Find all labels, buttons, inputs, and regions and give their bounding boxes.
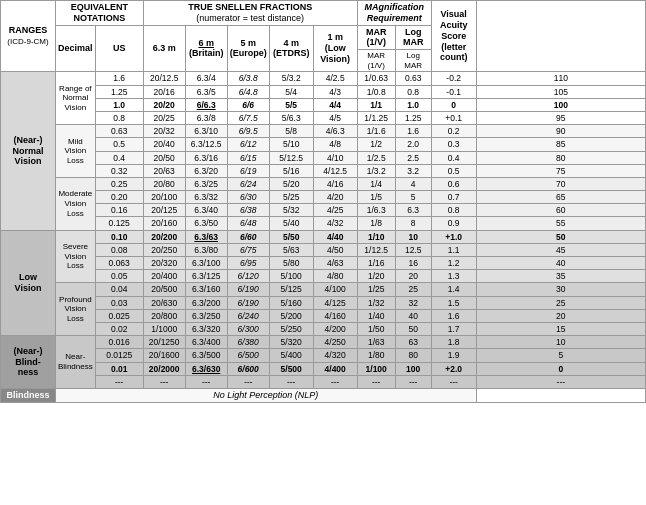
data-cell: 5/160: [269, 296, 313, 309]
data-cell: 4/4: [313, 98, 357, 111]
data-cell: 0.6: [431, 177, 476, 190]
data-cell: 1/2: [357, 138, 395, 151]
magnification-header: MAgnification Requirement: [357, 1, 431, 26]
data-cell: 20/16: [143, 85, 185, 98]
data-cell: 6/12: [227, 138, 269, 151]
data-cell: ---: [431, 375, 476, 388]
data-cell: 1.4: [431, 283, 476, 296]
data-cell: 6.3/630: [185, 362, 227, 375]
data-cell: 6.3/400: [185, 336, 227, 349]
data-cell: 6/500: [227, 349, 269, 362]
data-cell: 4/12.5: [313, 164, 357, 177]
data-cell: 4/10: [313, 151, 357, 164]
data-cell: 110: [476, 72, 645, 85]
data-cell: 90: [476, 125, 645, 138]
data-cell: 1/1.6: [357, 125, 395, 138]
data-cell: 6.3/5: [185, 85, 227, 98]
data-cell: 4/40: [313, 230, 357, 243]
mar-sub-header: MAR(1/V): [357, 50, 395, 72]
data-cell: 0.125: [95, 217, 143, 230]
data-cell: 0.8: [431, 204, 476, 217]
data-cell: 1.5: [431, 296, 476, 309]
data-cell: 35: [476, 270, 645, 283]
data-cell: 6/190: [227, 296, 269, 309]
data-cell: 0: [476, 362, 645, 375]
blindness-outer-label: Blindness: [1, 388, 56, 402]
data-cell: 1/100: [357, 362, 395, 375]
data-cell: 6/4.8: [227, 85, 269, 98]
sub-section-label: SevereVisionLoss: [56, 230, 96, 283]
ranges-header: RANGES (ICD-9-CM): [1, 1, 56, 72]
data-cell: 1/20: [357, 270, 395, 283]
data-cell: 1.6: [431, 309, 476, 322]
data-cell: 6.3/16: [185, 151, 227, 164]
data-cell: 20/32: [143, 125, 185, 138]
data-cell: 4/6.3: [313, 125, 357, 138]
data-cell: 0.63: [395, 72, 431, 85]
visual-acuity-header: Visual Acuity Score(letter count): [431, 1, 476, 72]
data-cell: 4/50: [313, 243, 357, 256]
data-cell: 1.3: [431, 270, 476, 283]
data-cell: 0.05: [95, 270, 143, 283]
data-cell: 16: [395, 257, 431, 270]
table-row: 0.012520/16006.3/5006/5005/4004/3201/808…: [1, 349, 646, 362]
data-cell: 1.0: [395, 98, 431, 111]
table-row: 0.520/406.3/12.56/125/104/81/22.00.385: [1, 138, 646, 151]
blindness-row: BlindnessNo Light Perception (NLP): [1, 388, 646, 402]
data-cell: 5/20: [269, 177, 313, 190]
data-cell: 8: [395, 217, 431, 230]
data-cell: 6/190: [227, 283, 269, 296]
data-cell: 20/40: [143, 138, 185, 151]
data-cell: 5/5: [269, 98, 313, 111]
data-cell: 6.3/500: [185, 349, 227, 362]
data-cell: 1/0.8: [357, 85, 395, 98]
data-cell: 85: [476, 138, 645, 151]
data-cell: 4/125: [313, 296, 357, 309]
data-cell: 20/25: [143, 111, 185, 124]
data-cell: 1/16: [357, 257, 395, 270]
data-cell: 4/63: [313, 257, 357, 270]
data-cell: ---: [269, 375, 313, 388]
data-cell: +2.0: [431, 362, 476, 375]
data-cell: 5/50: [269, 230, 313, 243]
data-cell: 6/48: [227, 217, 269, 230]
data-cell: 70: [476, 177, 645, 190]
data-cell: 15: [476, 322, 645, 335]
data-cell: 5/200: [269, 309, 313, 322]
nlp-cell: No Light Perception (NLP): [56, 388, 477, 402]
data-cell: -0.1: [431, 85, 476, 98]
data-cell: 1/1000: [143, 322, 185, 335]
data-cell: ---: [95, 375, 143, 388]
data-cell: 20/400: [143, 270, 185, 283]
table-row: 0.420/506.3/166/155/12.54/101/2.52.50.48…: [1, 151, 646, 164]
data-cell: 75: [476, 164, 645, 177]
data-cell: 4/160: [313, 309, 357, 322]
data-cell: 0.03: [95, 296, 143, 309]
data-cell: 40: [476, 257, 645, 270]
outer-section-label: LowVision: [1, 230, 56, 336]
data-cell: 20/80: [143, 177, 185, 190]
data-cell: 10: [395, 230, 431, 243]
data-cell: 0.2: [431, 125, 476, 138]
data-cell: 6/60: [227, 230, 269, 243]
data-cell: 45: [476, 243, 645, 256]
data-cell: 20/12.5: [143, 72, 185, 85]
data-cell: 1/80: [357, 349, 395, 362]
data-cell: 1/12.5: [357, 243, 395, 256]
data-cell: 20: [395, 270, 431, 283]
data-cell: 6/7.5: [227, 111, 269, 124]
table-row: 1.020/206/6.36/65/54/41/11.00100: [1, 98, 646, 111]
data-cell: 1.25: [95, 85, 143, 98]
data-cell: 5/100: [269, 270, 313, 283]
equivalent-notations-header: EQUIVALENT NOTATIONS: [56, 1, 144, 26]
data-cell: 30: [476, 283, 645, 296]
data-cell: 6/600: [227, 362, 269, 375]
data-cell: 4/200: [313, 322, 357, 335]
data-cell: 4/32: [313, 217, 357, 230]
data-cell: 0.4: [431, 151, 476, 164]
data-cell: 0.16: [95, 204, 143, 217]
data-cell: 0.01: [95, 362, 143, 375]
data-cell: 6.3/4: [185, 72, 227, 85]
data-cell: 6.3/50: [185, 217, 227, 230]
data-cell: 6.3/125: [185, 270, 227, 283]
